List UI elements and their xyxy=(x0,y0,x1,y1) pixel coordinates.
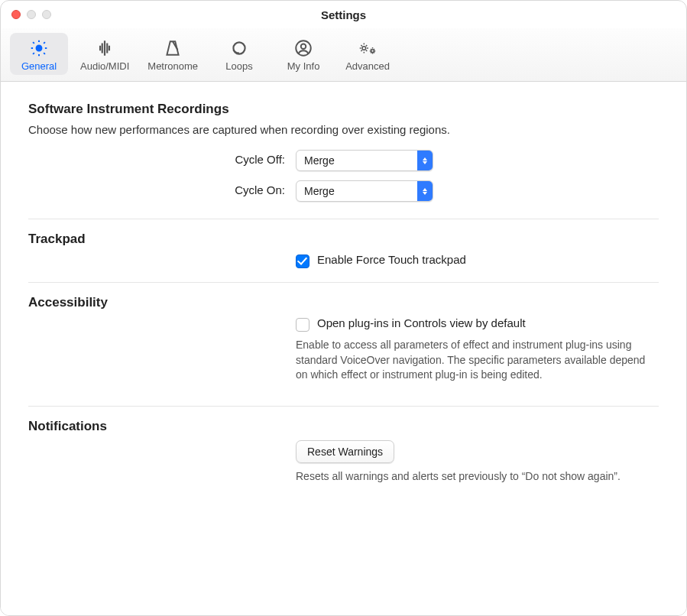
reset-warnings-label: Reset Warnings xyxy=(307,446,383,458)
tab-label: General xyxy=(21,60,57,72)
accessibility-heading: Accessibility xyxy=(28,295,659,310)
force-touch-label: Enable Force Touch trackpad xyxy=(317,253,466,266)
titlebar: Settings xyxy=(1,1,686,28)
tab-metronome[interactable]: Metronome xyxy=(141,33,204,75)
plugins-controls-label: Open plug-ins in Controls view by defaul… xyxy=(317,316,526,329)
tab-my-info[interactable]: My Info xyxy=(274,33,332,75)
trackpad-heading: Trackpad xyxy=(28,232,659,247)
tab-audio-midi[interactable]: Audio/MIDI xyxy=(74,33,135,75)
section-trackpad: Trackpad Enable Force Touch trackpad xyxy=(28,232,659,283)
traffic-lights xyxy=(11,10,51,19)
reset-warnings-hint: Resets all warnings and alerts set previ… xyxy=(296,469,659,485)
maximize-window-button[interactable] xyxy=(42,10,51,19)
metronome-icon xyxy=(162,37,183,59)
svg-point-4 xyxy=(362,47,366,50)
svg-point-3 xyxy=(301,44,306,50)
cycle-off-value: Merge xyxy=(304,154,335,167)
gear-icon xyxy=(28,37,50,59)
plugins-controls-checkbox[interactable] xyxy=(296,318,309,332)
cycle-off-select[interactable]: Merge xyxy=(296,150,433,171)
tab-label: My Info xyxy=(287,60,320,72)
minimize-window-button[interactable] xyxy=(27,10,36,19)
reset-warnings-button[interactable]: Reset Warnings xyxy=(296,440,394,463)
plugins-controls-hint: Enable to access all parameters of effec… xyxy=(296,338,659,383)
gears-icon xyxy=(357,37,378,59)
tab-loops[interactable]: Loops xyxy=(210,33,268,75)
section-recordings: Software Instrument Recordings Choose ho… xyxy=(28,102,659,219)
svg-point-5 xyxy=(371,50,374,53)
waveform-icon xyxy=(94,37,115,59)
chevron-updown-icon xyxy=(417,181,433,201)
section-accessibility: Accessibility Open plug-ins in Controls … xyxy=(28,295,659,407)
svg-point-0 xyxy=(37,46,42,51)
tab-label: Advanced xyxy=(345,60,390,72)
person-icon xyxy=(293,37,314,59)
loop-icon xyxy=(228,37,250,59)
force-touch-checkbox[interactable] xyxy=(296,255,309,268)
window-title: Settings xyxy=(321,8,366,21)
settings-toolbar: General Audio/MIDI Metronome xyxy=(1,28,686,82)
cycle-on-value: Merge xyxy=(304,185,335,197)
section-notifications: Notifications Reset Warnings Resets all … xyxy=(28,419,659,507)
recordings-description: Choose how new performances are captured… xyxy=(28,123,659,136)
tab-label: Audio/MIDI xyxy=(80,60,129,72)
settings-window: Settings General Audio/MIDI xyxy=(1,1,686,615)
tab-general[interactable]: General xyxy=(10,33,68,75)
tab-advanced[interactable]: Advanced xyxy=(339,33,397,75)
cycle-on-select[interactable]: Merge xyxy=(296,180,433,202)
notifications-heading: Notifications xyxy=(28,419,659,434)
cycle-off-label: Cycle Off: xyxy=(28,150,288,166)
tab-label: Metronome xyxy=(147,60,198,72)
content-area: Software Instrument Recordings Choose ho… xyxy=(1,82,686,615)
recordings-heading: Software Instrument Recordings xyxy=(28,102,659,117)
chevron-updown-icon xyxy=(417,151,433,170)
cycle-on-label: Cycle On: xyxy=(28,180,288,196)
tab-label: Loops xyxy=(225,60,252,72)
close-window-button[interactable] xyxy=(11,10,21,19)
